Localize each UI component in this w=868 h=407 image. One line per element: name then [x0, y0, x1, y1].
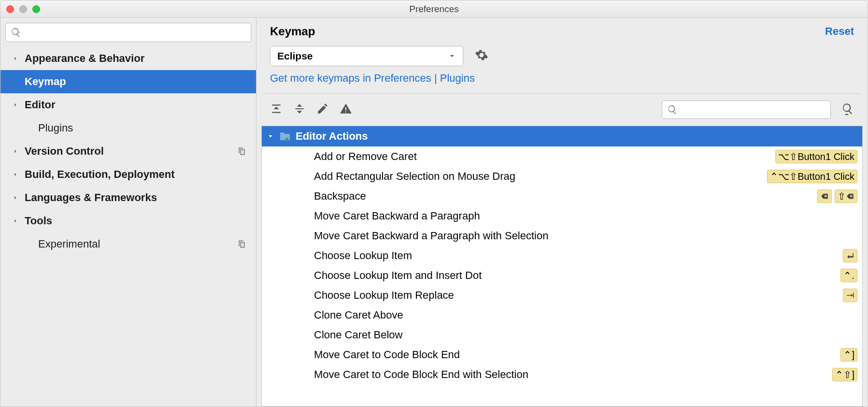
- action-row[interactable]: Add Rectangular Selection on Mouse Drag⌃…: [262, 166, 862, 186]
- shortcut-group: [840, 249, 857, 262]
- actions-tree: Editor Actions Add or Remove Caret⌥⇧Butt…: [261, 126, 863, 407]
- collapse-all-button[interactable]: [293, 102, 306, 117]
- pencil-icon: [316, 102, 329, 115]
- main-panel: Keymap Reset Eclipse Get more keymaps in…: [256, 18, 868, 407]
- warning-icon: [340, 102, 352, 115]
- chevron-right-icon: [12, 194, 19, 201]
- preferences-window: Preferences Appearance & BehaviorKeymapE…: [0, 0, 868, 407]
- action-search-input[interactable]: [681, 105, 825, 115]
- chevron-down-icon: [448, 52, 456, 60]
- action-row[interactable]: Move Caret Backward a Paragraph with Sel…: [262, 226, 862, 246]
- folder-icon: [279, 131, 291, 141]
- action-row[interactable]: Move Caret to Code Block End⌃]: [262, 345, 862, 364]
- shortcut-badge: ⌃⌥⇧Button1 Click: [767, 170, 857, 183]
- shortcut-group: ⌃]: [838, 348, 857, 362]
- sidebar-item-editor[interactable]: Editor: [0, 93, 256, 116]
- sidebar-item-label: Languages & Frameworks: [25, 191, 157, 204]
- sidebar: Appearance & BehaviorKeymapEditorPlugins…: [0, 18, 256, 407]
- settings-tree: Appearance & BehaviorKeymapEditorPlugins…: [0, 47, 256, 407]
- action-label: Choose Lookup Item Replace: [314, 289, 840, 302]
- reset-link[interactable]: Reset: [825, 25, 854, 38]
- action-row[interactable]: Move Caret to Code Block End with Select…: [262, 364, 862, 384]
- copy-icon: [237, 146, 246, 156]
- shortcut-badge: ⇧: [835, 189, 857, 203]
- action-row[interactable]: Add or Remove Caret⌥⇧Button1 Click: [262, 146, 862, 166]
- sidebar-item-label: Version Control: [25, 145, 104, 158]
- page-title: Keymap: [270, 25, 315, 38]
- sidebar-item-tools[interactable]: Tools: [0, 209, 256, 233]
- action-row[interactable]: Choose Lookup Item Replace: [262, 285, 862, 305]
- sidebar-item-keymap[interactable]: Keymap: [0, 70, 256, 93]
- chevron-right-icon: [12, 55, 19, 62]
- chevron-right-icon: [12, 218, 19, 224]
- sidebar-item-version-control[interactable]: Version Control: [0, 140, 256, 163]
- chevron-right-icon: [12, 102, 19, 108]
- shortcut-group: [840, 289, 857, 302]
- collapse-all-icon: [293, 102, 306, 115]
- action-search-box[interactable]: [662, 101, 831, 119]
- get-more-keymaps-link[interactable]: Get more keymaps in Preferences | Plugin…: [256, 70, 868, 90]
- sidebar-item-experimental[interactable]: Experimental: [0, 233, 256, 256]
- action-row[interactable]: Backspace⇧: [262, 186, 862, 206]
- shortcut-group: ⇧: [814, 189, 857, 203]
- action-row[interactable]: Clone Caret Above: [262, 305, 862, 325]
- find-by-shortcut-icon: [841, 102, 854, 115]
- shortcut-badge: [817, 189, 832, 203]
- copy-icon: [237, 239, 246, 249]
- sidebar-item-label: Plugins: [38, 122, 73, 134]
- chevron-right-icon: [12, 171, 19, 178]
- shortcut-badge: [843, 249, 857, 262]
- action-row[interactable]: Choose Lookup Item and Insert Dot⌃.: [262, 265, 862, 285]
- shortcut-group: ⌃⌥⇧Button1 Click: [764, 170, 857, 183]
- settings-search-box[interactable]: [5, 23, 251, 42]
- search-icon: [11, 27, 21, 38]
- sidebar-item-appearance-behavior[interactable]: Appearance & Behavior: [0, 47, 256, 70]
- shortcut-badge: ⌥⇧Button1 Click: [775, 150, 857, 163]
- find-action-by-shortcut-button[interactable]: [841, 102, 854, 117]
- window-title: Preferences: [0, 4, 868, 15]
- sidebar-item-label: Editor: [25, 99, 56, 111]
- keymap-options-button[interactable]: [475, 48, 488, 64]
- keymap-selected-value: Eclipse: [277, 50, 313, 62]
- sidebar-item-label: Experimental: [38, 238, 100, 250]
- search-icon: [667, 104, 678, 115]
- keymap-select[interactable]: Eclipse: [270, 46, 463, 66]
- action-label: Choose Lookup Item: [314, 249, 840, 262]
- sidebar-item-label: Tools: [25, 215, 52, 227]
- sidebar-item-label: Appearance & Behavior: [25, 52, 144, 65]
- shortcut-group: ⌃.: [838, 269, 857, 282]
- keymap-toolbar: [256, 94, 868, 126]
- shortcut-badge: ⌃⇧]: [832, 368, 857, 381]
- action-label: Clone Caret Above: [314, 309, 857, 321]
- tree-group-label: Editor Actions: [296, 130, 368, 143]
- shortcut-badge: [843, 289, 857, 302]
- sidebar-item-plugins[interactable]: Plugins: [0, 116, 256, 140]
- action-label: Add Rectangular Selection on Mouse Drag: [314, 170, 764, 183]
- action-label: Backspace: [314, 190, 814, 203]
- action-label: Move Caret to Code Block End with Select…: [314, 368, 829, 381]
- sidebar-item-languages-frameworks[interactable]: Languages & Frameworks: [0, 186, 256, 209]
- window-body: Appearance & BehaviorKeymapEditorPlugins…: [0, 18, 868, 407]
- shortcut-group: ⌥⇧Button1 Click: [772, 150, 857, 163]
- action-row[interactable]: Clone Caret Below: [262, 325, 862, 345]
- settings-search-input[interactable]: [24, 28, 246, 38]
- edit-shortcut-button[interactable]: [316, 102, 329, 117]
- chevron-down-icon: [267, 132, 274, 140]
- sidebar-item-build-execution-deployment[interactable]: Build, Execution, Deployment: [0, 163, 256, 186]
- action-label: Clone Caret Below: [314, 329, 857, 341]
- action-label: Move Caret Backward a Paragraph: [314, 210, 857, 222]
- sidebar-item-label: Keymap: [25, 75, 66, 88]
- shortcut-badge: ⌃.: [840, 269, 857, 282]
- tree-group-header[interactable]: Editor Actions: [262, 126, 862, 146]
- action-row[interactable]: Move Caret Backward a Paragraph: [262, 206, 862, 226]
- gear-icon: [475, 48, 488, 62]
- action-row[interactable]: Choose Lookup Item: [262, 246, 862, 265]
- expand-all-icon: [270, 102, 283, 115]
- action-label: Choose Lookup Item and Insert Dot: [314, 269, 838, 282]
- conflicts-button[interactable]: [340, 102, 352, 117]
- shortcut-group: ⌃⇧]: [829, 368, 857, 381]
- action-label: Move Caret to Code Block End: [314, 349, 838, 361]
- expand-all-button[interactable]: [270, 102, 283, 117]
- chevron-right-icon: [12, 148, 19, 155]
- titlebar: Preferences: [0, 0, 868, 18]
